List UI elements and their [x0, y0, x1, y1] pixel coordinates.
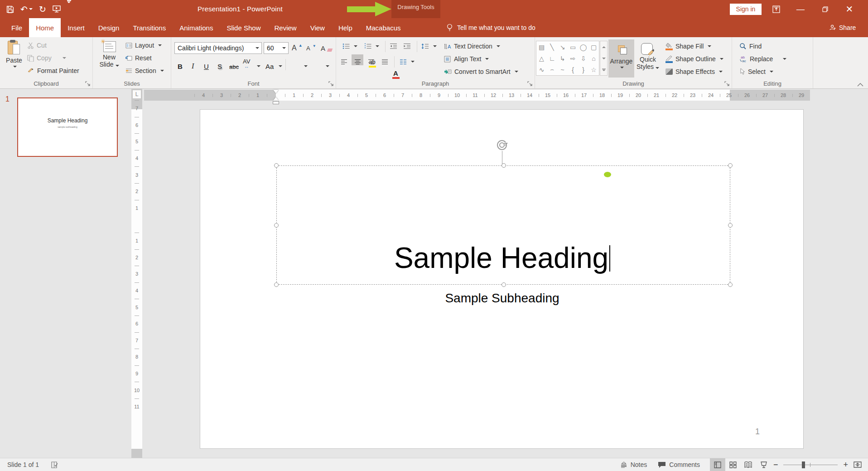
shape-gallery-item[interactable]: ◯: [578, 41, 588, 53]
text-direction-button[interactable]: A Text Direction: [444, 41, 500, 52]
line-spacing-dropdown-icon[interactable]: [433, 45, 437, 47]
shape-gallery-item[interactable]: ~: [557, 64, 568, 75]
resize-handle-top-left[interactable]: [274, 163, 279, 168]
bullets-button[interactable]: [342, 41, 357, 52]
slide-heading-text[interactable]: Sample Heading: [200, 238, 804, 278]
change-case-button[interactable]: Aa: [265, 59, 274, 70]
tab-review[interactable]: Review: [267, 18, 303, 37]
slide-counter[interactable]: Slide 1 of 1: [7, 461, 39, 468]
font-color-dropdown-icon[interactable]: [326, 65, 329, 67]
fit-slide-to-window-button[interactable]: [850, 458, 865, 471]
arrange-button[interactable]: Arrange: [608, 39, 634, 78]
first-line-indent-marker[interactable]: [273, 90, 279, 93]
change-case-dropdown-icon[interactable]: [279, 65, 282, 67]
character-spacing-button[interactable]: AV↔: [243, 59, 250, 70]
slide-sorter-view-button[interactable]: [725, 458, 741, 471]
drawing-dialog-launcher-icon[interactable]: [724, 81, 730, 87]
tab-view[interactable]: View: [304, 18, 332, 37]
new-slide-button[interactable]: ✳ New Slide: [96, 40, 122, 77]
left-indent-marker[interactable]: [273, 101, 279, 104]
tab-transitions[interactable]: Transitions: [126, 18, 173, 37]
reading-view-button[interactable]: [741, 458, 756, 471]
rotate-handle-icon[interactable]: [496, 139, 508, 151]
shape-gallery-item[interactable]: ╲: [547, 41, 557, 53]
quick-styles-button[interactable]: Quick Styles: [636, 39, 660, 78]
shape-gallery-item[interactable]: ∟: [547, 53, 557, 64]
slide-subheading-text[interactable]: Sample Subheading: [200, 291, 804, 306]
smartart-dropdown-icon[interactable]: [515, 71, 518, 73]
convert-to-smartart-button[interactable]: Convert to SmartArt: [444, 66, 518, 77]
resize-handle-bottom-right[interactable]: [728, 282, 733, 287]
select-dropdown-icon[interactable]: [770, 71, 773, 73]
undo-button[interactable]: ↶: [20, 0, 33, 18]
increase-indent-button[interactable]: [403, 41, 411, 52]
align-text-dropdown-icon[interactable]: [485, 58, 489, 60]
strikethrough-button[interactable]: abc: [229, 59, 239, 70]
save-icon[interactable]: [6, 0, 14, 18]
resize-handle-top-right[interactable]: [728, 163, 733, 168]
horizontal-ruler[interactable]: 4321 12345678910111213141516171819202122…: [144, 90, 815, 101]
tab-macabacus[interactable]: Macabacus: [359, 18, 408, 37]
slide-thumbnail[interactable]: Sample Heading sample subheading: [17, 97, 118, 157]
shape-gallery-item[interactable]: ▢: [588, 41, 599, 53]
highlight-dropdown-icon[interactable]: [304, 65, 308, 67]
start-from-beginning-icon[interactable]: [53, 0, 61, 18]
redo-button[interactable]: ↻: [39, 0, 46, 18]
shape-effects-button[interactable]: Shape Effects: [665, 66, 723, 77]
cut-button[interactable]: Cut: [27, 40, 47, 51]
tab-help[interactable]: Help: [332, 18, 359, 37]
bullets-dropdown-icon[interactable]: [354, 45, 357, 47]
copy-button[interactable]: Copy: [27, 53, 66, 63]
decrease-indent-button[interactable]: [390, 41, 397, 52]
tab-slide-show[interactable]: Slide Show: [220, 18, 267, 37]
reset-button[interactable]: Reset: [125, 53, 152, 63]
shape-outline-button[interactable]: Shape Outline: [665, 53, 723, 64]
vertical-ruler[interactable]: 7654321 1234567891011: [131, 89, 142, 458]
clipboard-dialog-launcher-icon[interactable]: [85, 81, 91, 87]
align-center-button[interactable]: [354, 56, 361, 67]
replace-dropdown-icon[interactable]: [783, 58, 786, 60]
minimize-button[interactable]: —: [790, 0, 811, 18]
shape-gallery-item[interactable]: {: [568, 64, 578, 75]
share-button[interactable]: Share: [829, 18, 856, 37]
shrink-font-button[interactable]: A▼: [306, 43, 316, 53]
zoom-slider-thumb[interactable]: [802, 461, 805, 468]
font-size-combo[interactable]: 60: [264, 42, 289, 54]
resize-handle-top-center[interactable]: [502, 163, 506, 168]
restore-button[interactable]: [815, 0, 835, 18]
tab-file[interactable]: File: [5, 18, 29, 37]
shape-fill-dropdown-icon[interactable]: [708, 45, 711, 47]
hanging-indent-marker[interactable]: [273, 97, 279, 101]
text-direction-dropdown-icon[interactable]: [497, 45, 500, 47]
character-spacing-dropdown-icon[interactable]: [257, 65, 260, 67]
layout-button[interactable]: Layout: [125, 40, 162, 51]
shape-gallery-item[interactable]: ⇩: [578, 53, 588, 64]
tab-insert[interactable]: Insert: [61, 18, 92, 37]
notes-button[interactable]: Notes: [615, 458, 653, 471]
shape-gallery-item[interactable]: ↘: [557, 41, 568, 53]
zoom-in-button[interactable]: +: [841, 460, 850, 470]
normal-view-button[interactable]: [710, 458, 725, 471]
slide[interactable]: Sample Heading Sample Subheading 1: [200, 109, 804, 449]
zoom-slider[interactable]: [783, 458, 838, 471]
underline-button[interactable]: U: [204, 59, 209, 70]
columns-dropdown-icon[interactable]: [411, 61, 415, 63]
italic-button[interactable]: I: [192, 59, 194, 70]
close-button[interactable]: ✕: [839, 0, 860, 18]
collapse-ribbon-icon[interactable]: [857, 83, 863, 87]
shape-gallery-item[interactable]: ▭: [568, 41, 578, 53]
shape-gallery-item[interactable]: ⌂: [588, 53, 599, 64]
slide-show-button[interactable]: [756, 458, 772, 471]
shape-gallery-item[interactable]: ⇨: [568, 53, 578, 64]
find-button[interactable]: Find: [739, 41, 762, 52]
shape-gallery-item[interactable]: ⌢: [547, 64, 557, 75]
tab-home[interactable]: Home: [29, 18, 61, 37]
gallery-more-icon[interactable]: [600, 64, 607, 75]
justify-button[interactable]: [381, 56, 388, 67]
paste-button[interactable]: Paste: [4, 40, 24, 77]
numbering-button[interactable]: [364, 41, 379, 52]
select-button[interactable]: Select: [739, 66, 773, 77]
resize-handle-bottom-center[interactable]: [502, 282, 506, 287]
shape-gallery-item[interactable]: △: [536, 53, 547, 64]
zoom-out-button[interactable]: −: [772, 460, 780, 470]
